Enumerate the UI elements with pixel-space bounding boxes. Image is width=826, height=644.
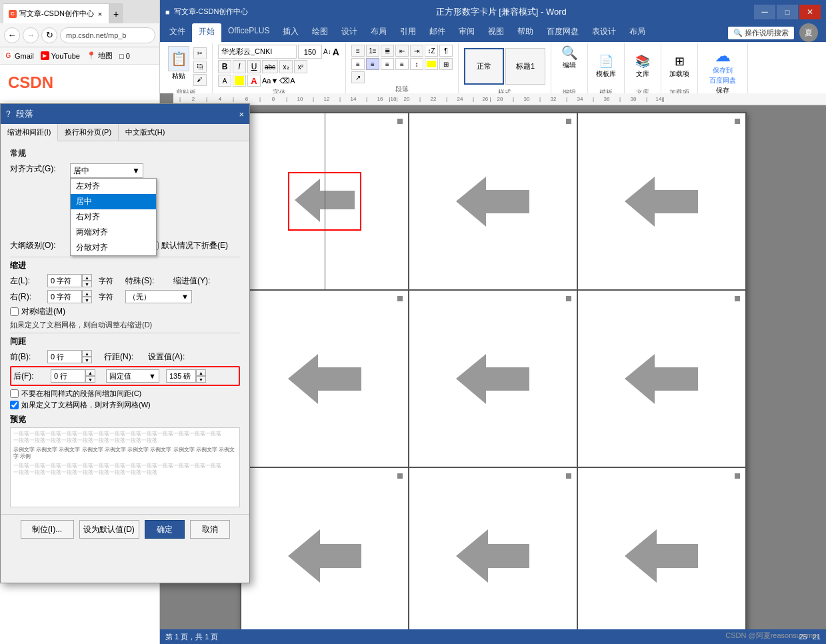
style-normal[interactable]: 正常 [464, 48, 504, 85]
dropdown-item-justify[interactable]: 两端对齐 [71, 225, 156, 240]
alignment-select[interactable]: 居中 ▼ [70, 163, 143, 178]
show-formatting-btn[interactable]: ¶ [439, 45, 453, 57]
underline-btn[interactable]: U [247, 60, 261, 73]
justify-btn[interactable]: ≡ [395, 58, 409, 70]
italic-btn[interactable]: I [233, 60, 246, 73]
bookmark-maps[interactable]: 📍 地图 [87, 51, 113, 61]
indent-right-down-btn[interactable]: ▼ [82, 297, 92, 303]
font-size-decrease[interactable]: A↓ [323, 48, 331, 55]
bookmark-youtube[interactable]: ▶ YouTube [41, 51, 80, 60]
no-extra-space-checkbox[interactable] [10, 389, 19, 398]
baidudisk-btn[interactable]: ☁ 保存到 百度网盘 保存 [703, 45, 742, 97]
dropdown-item-center[interactable]: 居中 [71, 194, 156, 209]
indent-right-input[interactable] [47, 290, 82, 303]
clear-format-btn[interactable]: ⌫A [279, 77, 295, 85]
new-tab-btn[interactable]: + [109, 3, 123, 23]
minimize-btn[interactable]: ─ [754, 5, 775, 19]
copy-btn[interactable]: ⿻ [193, 61, 207, 73]
tab-close-btn[interactable]: × [98, 10, 102, 18]
special-select[interactable]: （无） ▼ [125, 290, 192, 303]
mirror-indent-checkbox[interactable] [10, 307, 19, 316]
spacing-before-down-btn[interactable]: ▼ [82, 357, 92, 363]
linespacing-select[interactable]: 固定值 ▼ [106, 369, 159, 383]
dialog-tab-indent[interactable]: 缩进和间距(I) [1, 124, 58, 141]
edit-btn[interactable]: 🔍 编辑 [557, 45, 582, 70]
tab-view[interactable]: 视图 [481, 23, 511, 42]
addins-btn[interactable]: ⊞ 加载项 [667, 45, 692, 88]
subscript-btn[interactable]: x₂ [279, 60, 293, 73]
font-name-input[interactable] [218, 45, 297, 59]
bookmark-other[interactable]: □ 0 [119, 52, 130, 60]
back-btn[interactable]: ← [4, 27, 20, 43]
strikethrough-btn[interactable]: abc [262, 60, 278, 73]
dropdown-item-right[interactable]: 右对齐 [71, 209, 156, 225]
dialog-tab-pagebreak[interactable]: 换行和分页(P) [58, 124, 119, 141]
style-heading1[interactable]: 标题1 [505, 48, 545, 85]
indent-left-up-btn[interactable]: ▲ [82, 274, 92, 281]
spacing-after-down-btn[interactable]: ▼ [85, 376, 95, 383]
tab-file[interactable]: 文件 [163, 23, 192, 42]
dialog-close-btn[interactable]: × [239, 109, 244, 119]
template-btn[interactable]: 📄 模板库 [593, 45, 619, 88]
set-default-btn[interactable]: 设为默认值(D) [79, 520, 139, 539]
indent-left-input[interactable] [47, 274, 82, 287]
tab-draw[interactable]: 绘图 [305, 23, 335, 42]
tab-help[interactable]: 帮助 [511, 23, 540, 42]
sort-btn[interactable]: ↕Z [425, 45, 438, 57]
ok-btn[interactable]: 确定 [145, 520, 185, 539]
tab-officeplus[interactable]: OfficePLUS [221, 23, 276, 42]
tab-review[interactable]: 审阅 [452, 23, 481, 42]
multilevel-list-btn[interactable]: ≣ [381, 45, 394, 57]
increase-indent-btn[interactable]: ⇥ [410, 45, 423, 57]
list-bullets-btn[interactable]: ≡ [351, 45, 365, 57]
bold-btn[interactable]: B [218, 60, 231, 73]
tab-table-design[interactable]: 表设计 [585, 23, 623, 42]
superscript-btn[interactable]: x² [294, 60, 307, 73]
indent-right-up-btn[interactable]: ▲ [82, 290, 92, 297]
browser-tab[interactable]: C 写文章-CSDN创作中心 × [3, 3, 109, 23]
align-center-btn[interactable]: ≡ [366, 58, 379, 70]
forward-btn[interactable]: → [23, 27, 39, 43]
tab-stops-btn[interactable]: 制位(I)... [21, 520, 74, 539]
user-avatar[interactable]: 夏 [799, 23, 818, 42]
align-right-btn[interactable]: ≡ [381, 58, 394, 70]
tab-insert[interactable]: 插入 [276, 23, 305, 42]
decrease-indent-btn[interactable]: ⇤ [395, 45, 409, 57]
spacing-after-up-btn[interactable]: ▲ [85, 369, 95, 376]
tab-mail[interactable]: 邮件 [423, 23, 452, 42]
shading-btn[interactable] [425, 58, 438, 70]
font-size-input[interactable] [298, 45, 322, 59]
align-left-btn[interactable]: ≡ [351, 58, 365, 70]
format-painter-btn[interactable]: 🖌 [193, 74, 207, 86]
maximize-btn[interactable]: □ [777, 5, 798, 19]
dialog-help-btn[interactable]: ? [6, 109, 11, 119]
library-btn[interactable]: 📚 文库 [630, 45, 655, 88]
spacing-before-input[interactable] [47, 350, 82, 363]
dropdown-item-distributed[interactable]: 分散对齐 [71, 240, 156, 255]
refresh-btn[interactable]: ↻ [41, 27, 57, 43]
paste-btn[interactable]: 📋 粘贴 [165, 45, 192, 88]
tab-home[interactable]: 开始 [192, 23, 221, 42]
dialog-tab-chinese[interactable]: 中文版式(H) [119, 124, 171, 141]
line-spacing-btn[interactable]: ↕ [410, 58, 423, 70]
font-expand-btn[interactable]: Aa▼ [262, 77, 278, 85]
bookmark-gmail[interactable]: G Gmail [4, 51, 34, 60]
search-ribbon-btn[interactable]: 🔍 操作说明搜索 [728, 27, 794, 39]
highlight-color-btn[interactable] [233, 75, 246, 87]
setvalue-down-btn[interactable]: ▼ [196, 376, 206, 383]
spacing-before-up-btn[interactable]: ▲ [82, 350, 92, 357]
spacing-after-input[interactable] [51, 369, 85, 383]
dropdown-item-left[interactable]: 左对齐 [71, 179, 156, 194]
tab-baidu-disk[interactable]: 百度网盘 [540, 23, 585, 42]
url-bar[interactable]: mp.csdn.net/mp_b [60, 27, 155, 43]
snap-grid-checkbox[interactable] [10, 401, 19, 409]
borders-btn[interactable]: ⊞ [439, 58, 453, 70]
cancel-btn[interactable]: 取消 [190, 520, 230, 539]
indent-left-down-btn[interactable]: ▼ [82, 281, 92, 287]
para-settings-btn[interactable]: ↗ [351, 71, 365, 83]
close-btn[interactable]: ✕ [799, 5, 821, 19]
tab-ref[interactable]: 引用 [393, 23, 423, 42]
setvalue-up-btn[interactable]: ▲ [196, 369, 206, 376]
tab-design[interactable]: 设计 [335, 23, 364, 42]
text-effects-btn[interactable]: A [218, 75, 231, 87]
